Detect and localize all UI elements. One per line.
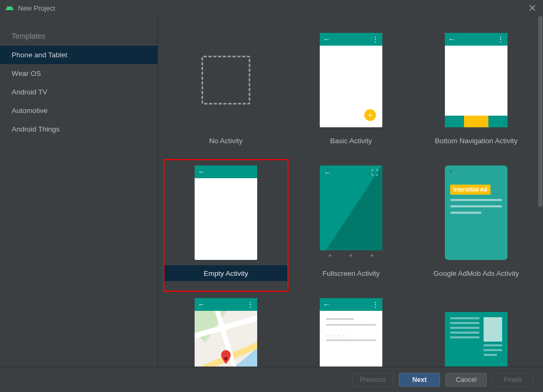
fullscreen-icon: ⛶ [371,169,378,177]
dialog-body: Templates Phone and Tablet Wear OS Andro… [0,16,543,367]
template-label: Basic Activity [290,133,413,149]
scrollbar[interactable] [538,16,543,207]
template-admob-activity[interactable]: Interstitial Ad Google AdMob Ads Activit… [414,159,539,292]
back-arrow-icon: ← [323,35,330,43]
overflow-menu-icon: ⋮ [497,36,504,43]
overflow-menu-icon: ⋮ [372,301,379,308]
dialog-footer: Previous Next Cancel Finish [0,367,543,392]
overflow-menu-icon: ⋮ [247,301,254,308]
template-login-activity[interactable]: ←⋮ • • • • • • Login Activity [288,292,414,367]
sidebar: Templates Phone and Tablet Wear OS Andro… [0,16,158,367]
template-fullscreen-activity[interactable]: ←⛶ Fullscreen Activity [288,159,414,292]
template-label: Empty Activity [164,265,287,281]
template-thumbnail [195,33,257,127]
close-icon[interactable] [527,3,538,14]
template-thumbnail: ←⋮ • • • • • • [320,298,382,367]
template-label: No Activity [164,133,287,149]
android-icon [5,4,14,12]
template-thumbnail: ←⋮ [445,33,507,127]
template-gallery: No Activity ←⋮ + Basic Activity ←⋮ [158,16,543,367]
template-basic-activity[interactable]: ←⋮ + Basic Activity [288,27,414,159]
sidebar-item-label: Phone and Tablet [12,51,67,59]
titlebar: New Project [0,0,543,16]
previous-button: Previous [352,373,393,387]
svg-point-4 [224,357,227,360]
template-label: Google AdMob Ads Activity [415,265,538,281]
next-button[interactable]: Next [399,373,440,387]
sidebar-item-android-tv[interactable]: Android TV [0,83,157,101]
template-label: Bottom Navigation Activity [415,133,538,149]
cancel-button[interactable]: Cancel [445,373,487,387]
sidebar-item-label: Android Things [12,125,60,133]
sidebar-heading: Templates [0,27,157,46]
back-arrow-icon: ← [198,300,205,309]
template-bottom-navigation-activity[interactable]: ←⋮ Bottom Navigation Activity [414,27,539,159]
template-thumbnail [445,298,507,367]
template-no-activity[interactable]: No Activity [163,27,288,159]
finish-button: Finish [492,373,533,387]
sidebar-item-label: Android TV [12,88,47,96]
sidebar-item-label: Automotive [12,107,48,115]
window-title: New Project [18,4,55,12]
sidebar-item-phone-tablet[interactable]: Phone and Tablet [0,46,157,64]
back-arrow-icon: ← [448,35,456,43]
template-thumbnail: ←⋮ + [320,33,382,127]
ad-badge: Interstitial Ad [450,185,491,195]
template-thumbnail: ←⋮ [195,298,257,367]
template-master-detail-flow[interactable]: Master/Detail Flow [414,292,539,367]
back-arrow-icon: ← [198,168,205,176]
new-project-dialog: New Project Templates Phone and Tablet W… [0,0,543,392]
template-thumbnail: ←⛶ [320,165,382,260]
sidebar-item-android-things[interactable]: Android Things [0,120,157,138]
template-label: Fullscreen Activity [290,265,413,281]
template-maps-activity[interactable]: ←⋮ [163,292,288,367]
template-empty-activity[interactable]: ← Empty Activity [163,159,288,292]
sidebar-item-automotive[interactable]: Automotive [0,101,157,120]
template-thumbnail: Interstitial Ad [445,165,507,260]
sidebar-item-wear-os[interactable]: Wear OS [0,64,157,83]
template-thumbnail: ← [195,165,257,260]
back-arrow-icon: ← [323,300,330,309]
sidebar-item-label: Wear OS [12,69,41,77]
back-arrow-icon: ← [324,169,331,177]
overflow-menu-icon: ⋮ [372,36,379,43]
fab-icon: + [364,109,376,121]
